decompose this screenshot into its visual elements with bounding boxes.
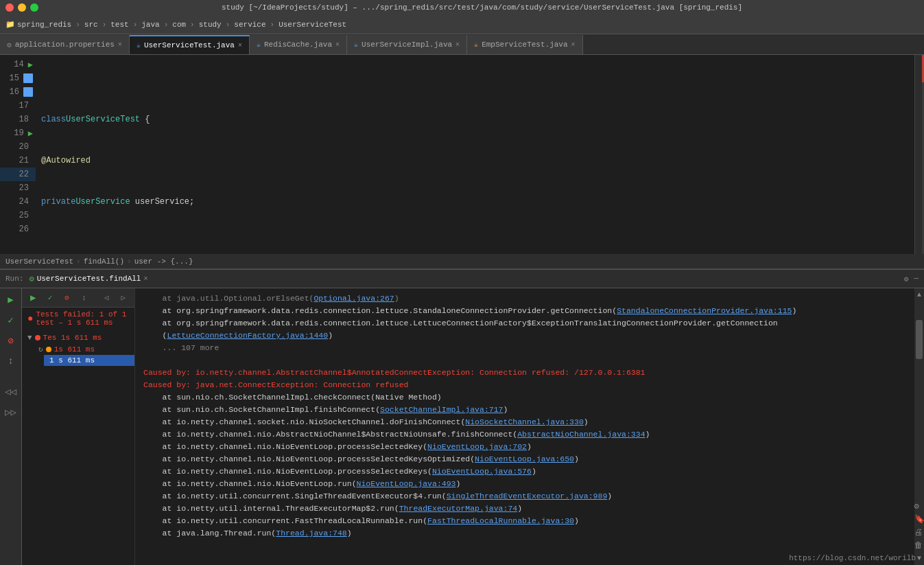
run-play-button[interactable]: ▶ [3,291,19,308]
code-line-16: private UserService userService; [41,195,909,209]
settings-icon[interactable]: ⚙ [904,275,909,284]
breadcrumb-service[interactable]: service [234,21,265,29]
run-button-19[interactable]: ▶ [28,128,33,139]
tab-close-icon[interactable]: × [335,41,340,49]
breadcrumb-lambda[interactable]: user -> {...} [134,257,193,266]
link-niosocket[interactable]: NioSocketChannel.java:330 [465,417,584,426]
output-line: at org.springframework.data.redis.connec… [143,305,906,317]
java-file-icon: ☕ [354,41,358,49]
test-failed-info: ● Tests failed: 1 of 1 test – 1 s 611 ms [22,308,134,330]
java-file-icon: ☕ [137,41,141,49]
run-more-button[interactable]: ▷▷ [3,404,19,420]
run-rerun-button[interactable]: ✓ [3,312,19,328]
test-failed-label: Tests failed: 1 of 1 test – 1 s 611 ms [36,310,129,327]
icon-settings[interactable]: ⚙ [914,501,925,511]
test-check-btn[interactable]: ✓ [45,292,56,304]
icon-print[interactable]: 🖨 [914,527,925,538]
tab-label: application.properties [15,41,115,49]
link-processselectkey[interactable]: NioEventLoop.java:702 [427,442,527,451]
tree-item-selected[interactable]: 1 s 611 ms [44,355,134,366]
tab-close-icon[interactable]: × [118,41,122,49]
run-panel-header: Run: ⚙ UserServiceTest.findAll × ⚙ ─ [0,269,924,288]
run-tab-icon: ⚙ [29,274,34,284]
tab-label: EmpServiceTest.java [482,41,567,49]
tab-close-icon[interactable]: × [238,42,242,49]
output-line: (LettuceConnectionFactory.java:1440) [143,330,906,342]
breadcrumb-class[interactable]: UserServiceTest [5,257,73,266]
gutter-24: 24 [0,195,36,209]
tab-application-properties[interactable]: ⚙ application.properties × [0,35,130,54]
link-standalone[interactable]: StandaloneConnectionProvider.java:115 [617,306,792,315]
icon-trash[interactable]: 🗑 [914,540,925,551]
link-processselkeys[interactable]: NioEventLoop.java:576 [432,467,532,476]
breadcrumb-com[interactable]: com [172,21,186,29]
output-line: at io.netty.util.internal.ThreadExecutor… [143,503,906,515]
output-line: at sun.nio.ch.SocketChannelImpl.checkCon… [143,391,906,404]
close-button[interactable] [5,3,14,12]
maximize-button[interactable] [30,3,38,12]
tab-userserviceimpl[interactable]: ☕ UserServiceImpl.java × [347,35,467,54]
breadcrumb-method[interactable]: findAll() [84,257,124,266]
traffic-lights [5,3,38,12]
link-thread-run[interactable]: Thread.java:748 [276,529,347,538]
link-nioeventloop-run[interactable]: NioEventLoop.java:493 [357,479,456,488]
run-button-14[interactable]: ▶ [28,60,33,70]
code-line-15: @Autowired [41,154,909,168]
link-threadexecutormap[interactable]: ThreadExecutorMap.java:74 [399,504,518,513]
test-next-btn[interactable]: ▷ [117,292,129,304]
run-sort-button[interactable]: ↕ [3,353,19,369]
run-prev-button[interactable]: ◁◁ [3,383,19,400]
breadcrumb-java[interactable]: java [141,21,159,29]
tab-userservicetest[interactable]: ☕ UserServiceTest.java × [130,35,250,54]
link-socketchannel[interactable]: SocketChannelImpl.java:717 [380,405,503,414]
gutter-26: 26 [0,222,36,236]
error-icon: ● [27,313,33,324]
run-stop-button[interactable]: ⊘ [3,332,19,349]
scrollbar-thumb[interactable] [916,320,923,359]
link-singlethread[interactable]: SingleThreadEventExecutor.java:989 [447,492,608,500]
breadcrumb-userservicetest[interactable]: UserServiceTest [279,21,346,29]
tab-empservicetest[interactable]: ☕ EmpServiceTest.java × [467,35,582,54]
output-line: ... 107 more [143,342,906,354]
tree-label-2: 1s 611 ms [54,345,95,354]
breadcrumb-src[interactable]: src [84,21,98,29]
tab-label: UserServiceImpl.java [362,41,452,49]
bookmark-icon [23,73,33,83]
link-abstractniounsafe[interactable]: AbstractNioChannel.java:334 [517,430,645,439]
link-processselkeyopt[interactable]: NioEventLoop.java:650 [475,454,574,463]
scroll-down-arrow[interactable]: ▼ [917,555,921,562]
breadcrumb-project[interactable]: 📁 spring_redis [5,20,71,29]
tree-expand-icon-2: ↻ [38,345,43,354]
run-tab-close[interactable]: × [143,275,147,283]
minimize-button[interactable] [18,3,26,12]
method-breadcrumb-bar: UserServiceTest › findAll() › user -> {.… [0,254,924,269]
link-optional[interactable]: Optional.java:267 [313,294,394,303]
test-prev-btn[interactable]: ◁ [101,292,112,304]
icon-bookmark[interactable]: 🔖 [914,514,925,524]
gutter-17: 17 [0,99,36,113]
output-line: at io.netty.util.concurrent.FastThreadLo… [143,515,906,527]
minimize-icon[interactable]: ─ [914,275,919,283]
breadcrumb-study[interactable]: study [199,21,222,29]
gutter-15: 15 [0,71,36,85]
link-fastthreadlocal[interactable]: FastThreadLocalRunnable.java:30 [427,516,574,525]
scroll-up-arrow[interactable]: ▲ [917,291,921,299]
link-lettuce[interactable]: LettuceConnectionFactory.java:1440 [167,331,329,340]
test-sort-btn[interactable]: ↕ [78,292,90,304]
tab-rediscache[interactable]: ☕ RedisCache.java × [250,35,347,54]
run-tab[interactable]: ⚙ UserServiceTest.findAll × [29,274,147,284]
bottom-url: https://blog.csdn.net/worilb [789,554,916,562]
test-play-btn[interactable]: ▶ [27,292,39,304]
run-left-sidebar: ▶ ✓ ⊘ ↕ ◁◁ ▷▷ [0,288,22,565]
bookmark-icon-2 [23,87,33,97]
breadcrumb-test[interactable]: test [110,21,128,29]
tree-item-root[interactable]: ▼ Tes 1s 611 ms [22,332,134,343]
right-panel-icons: ⚙ 🔖 🖨 🗑 [913,498,925,553]
test-stop-btn[interactable]: ⊘ [61,292,73,304]
tree-item-child[interactable]: ↻ 1s 611 ms [33,343,134,355]
run-tree: ▼ Tes 1s 611 ms ↻ 1s 611 ms 1 s 611 ms [22,330,135,369]
run-output[interactable]: at java.util.Optional.orElseGet(Optional… [135,288,914,565]
code-content[interactable]: 连不出主机运行自然报错 class UserServiceTest { @Aut… [36,55,914,254]
tab-close-icon[interactable]: × [571,41,576,49]
tab-close-icon[interactable]: × [455,41,460,49]
